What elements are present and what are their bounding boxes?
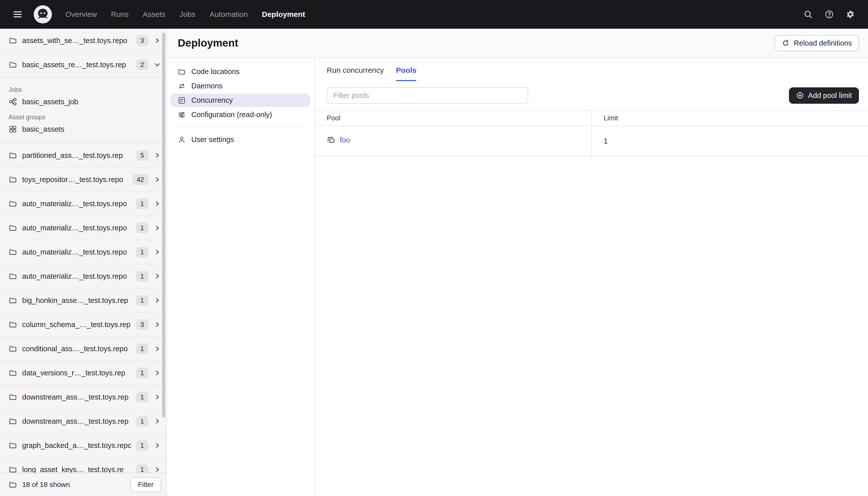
code-location-row[interactable]: data_versions_r…_test.toys.rep 1: [0, 361, 166, 385]
code-location-name: long_asset_keys…_test.toys.re: [22, 466, 131, 473]
main-body: Code locations Daemons Concurrency Confi…: [167, 58, 868, 496]
chevron-right-icon[interactable]: [154, 417, 161, 425]
subnav-item-code-locations[interactable]: Code locations: [171, 65, 310, 78]
count-badge: 1: [136, 198, 148, 209]
plus-circle-icon: [796, 91, 804, 99]
page-title: Deployment: [178, 37, 775, 49]
limit-cell: 1: [591, 126, 868, 156]
folder-icon: [9, 417, 17, 425]
hamburger-menu-button[interactable]: [8, 5, 27, 24]
dagster-logo[interactable]: [33, 5, 52, 24]
subnav-item-label: Daemons: [191, 82, 223, 90]
pool-name: foo: [340, 136, 350, 144]
code-location-row[interactable]: column_schema_…_test.toys.rep 3: [0, 313, 166, 337]
code-location-row[interactable]: auto_materializ…_test.toys.repo 1: [0, 216, 166, 240]
folder-icon: [178, 68, 186, 76]
code-location-row[interactable]: auto_materializ…_test.toys.repo 1: [0, 192, 166, 216]
nav-item-deployment[interactable]: Deployment: [255, 0, 312, 29]
chevron-right-icon[interactable]: [154, 273, 161, 280]
folder-icon: [9, 199, 17, 208]
chevron-right-icon[interactable]: [154, 297, 161, 304]
chevron-right-icon[interactable]: [154, 200, 161, 207]
nav-item-automation[interactable]: Automation: [202, 0, 255, 29]
code-location-name: data_versions_r…_test.toys.rep: [22, 369, 131, 377]
count-badge: 42: [132, 174, 148, 185]
subnav-item-label: User settings: [191, 136, 234, 144]
count-badge: 2: [136, 59, 148, 70]
tab-pools[interactable]: Pools: [396, 64, 416, 81]
sidebar-child-item[interactable]: basic_assets: [0, 122, 166, 136]
pool-link[interactable]: foo: [327, 136, 350, 144]
code-location-row[interactable]: downstream_ass…_test.toys.rep 1: [0, 409, 166, 434]
help-button[interactable]: [820, 5, 839, 24]
count-badge: 5: [136, 150, 148, 161]
search-button[interactable]: [799, 5, 818, 24]
subnav-item-user-settings[interactable]: User settings: [171, 133, 310, 146]
chevron-right-icon[interactable]: [154, 369, 161, 377]
main: Deployment Reload definitions Code locat…: [167, 29, 868, 496]
reload-definitions-button[interactable]: Reload definitions: [775, 35, 859, 51]
chevron-right-icon[interactable]: [154, 345, 161, 353]
code-location-row[interactable]: graph_backed_a…_test.toys.repo 1: [0, 434, 166, 458]
sidebar-scrollbar-thumb[interactable]: [162, 33, 165, 417]
chevron-right-icon[interactable]: [154, 37, 161, 44]
chevron-down-icon[interactable]: [154, 61, 161, 68]
pool-cell: foo: [315, 126, 591, 156]
app: OverviewRunsAssetsJobsAutomationDeployme…: [0, 0, 868, 496]
chevron-right-icon[interactable]: [154, 152, 161, 159]
code-location-row[interactable]: auto_materializ…_test.toys.repo 1: [0, 240, 166, 264]
tab-run-concurrency[interactable]: Run concurrency: [327, 64, 384, 81]
code-location-row[interactable]: big_honkin_asse…_test.toys.rep 1: [0, 289, 166, 313]
subnav-item-configuration-read-only[interactable]: Configuration (read-only): [171, 108, 310, 121]
code-location-children: Jobs basic_assets_job Asset groups basic…: [0, 77, 166, 143]
code-location-row[interactable]: long_asset_keys…_test.toys.re 1: [0, 458, 166, 473]
chevron-right-icon[interactable]: [154, 441, 161, 449]
code-location-row[interactable]: auto_materializ…_test.toys.repo 1: [0, 264, 166, 289]
section-label: Asset groups: [0, 109, 166, 122]
filter-button[interactable]: Filter: [130, 477, 161, 492]
settings-button[interactable]: [841, 5, 860, 24]
folder-icon: [9, 465, 17, 473]
subnav-item-label: Code locations: [191, 67, 240, 76]
chevron-right-icon[interactable]: [154, 466, 161, 473]
topnav: OverviewRunsAssetsJobsAutomationDeployme…: [0, 0, 868, 29]
nav-item-jobs[interactable]: Jobs: [172, 0, 202, 29]
add-pool-limit-button[interactable]: Add pool limit: [789, 87, 859, 104]
subnav-item-concurrency[interactable]: Concurrency: [171, 94, 310, 107]
subnav-item-daemons[interactable]: Daemons: [171, 79, 310, 93]
sidebar-child-name: basic_assets_job: [22, 98, 78, 106]
topnav-items: OverviewRunsAssetsJobsAutomationDeployme…: [59, 0, 312, 29]
daemons-icon: [178, 82, 186, 90]
code-location-row[interactable]: downstream_ass…_test.toys.rep 1: [0, 385, 166, 409]
folder-icon: [9, 248, 17, 256]
code-location-row[interactable]: toys_repositor…_test.toys.repo 42: [0, 168, 166, 192]
code-location-name: auto_materializ…_test.toys.repo: [22, 248, 131, 256]
configuration-icon: [178, 111, 186, 119]
chevron-right-icon[interactable]: [154, 224, 161, 232]
chevron-right-icon[interactable]: [154, 321, 161, 328]
code-location-name: assets_with_se…_test.toys.repo: [22, 36, 131, 45]
code-location-row[interactable]: basic_assets_re…_test.toys.rep 2: [0, 53, 166, 77]
subnav-divider: [175, 126, 306, 127]
nav-item-runs[interactable]: Runs: [104, 0, 136, 29]
nav-item-overview[interactable]: Overview: [59, 0, 104, 29]
code-location-row[interactable]: assets_with_se…_test.toys.repo 3: [0, 29, 166, 53]
sidebar-child-item[interactable]: basic_assets_job: [0, 95, 166, 109]
nav-item-assets[interactable]: Assets: [136, 0, 172, 29]
count-badge: 3: [136, 319, 148, 330]
count-badge: 1: [136, 368, 148, 378]
folder-icon: [9, 320, 17, 329]
count-badge: 1: [136, 247, 148, 258]
code-location-row[interactable]: conditional_ass…_test.toys.repo 1: [0, 337, 166, 361]
chevron-right-icon[interactable]: [154, 393, 161, 401]
code-location-name: partitioned_ass…_test.toys.rep: [22, 151, 131, 160]
count-badge: 1: [136, 440, 148, 451]
code-location-row[interactable]: partitioned_ass…_test.toys.rep 5: [0, 143, 166, 168]
filter-pools-input[interactable]: [327, 87, 528, 104]
concurrency-content: Run concurrencyPools Add pool limit: [315, 58, 868, 496]
chevron-right-icon[interactable]: [154, 176, 161, 183]
chevron-right-icon[interactable]: [154, 248, 161, 256]
main-header: Deployment Reload definitions: [167, 29, 868, 58]
code-location-name: conditional_ass…_test.toys.repo: [22, 345, 131, 353]
folder-icon: [9, 344, 17, 353]
